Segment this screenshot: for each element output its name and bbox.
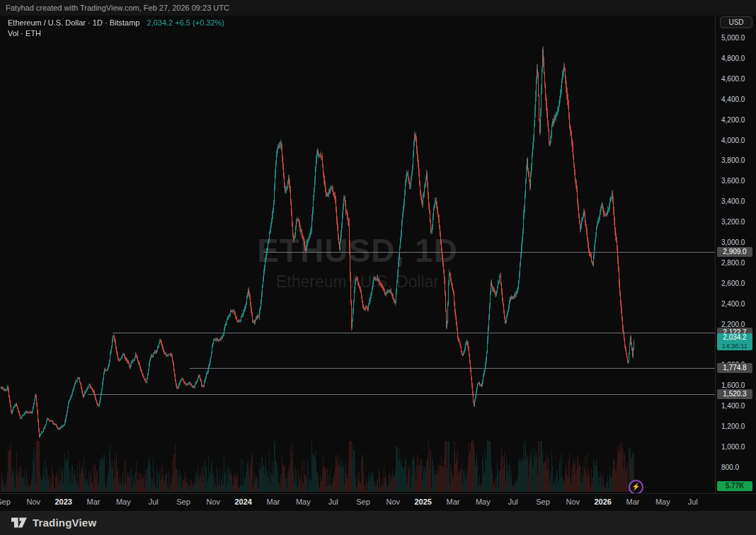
time-tick: Sep	[348, 497, 379, 506]
price-tick: 5,000.0	[721, 34, 745, 42]
price-tick: 1,400.0	[721, 402, 745, 410]
bolt-glyph: ⚡	[631, 483, 640, 490]
time-tick: Sep	[0, 497, 19, 506]
time-tick: Mar	[437, 497, 469, 506]
time-tick: Nov	[18, 497, 49, 506]
price-tick: 4,200.0	[721, 116, 745, 124]
level-price-badge: 1,520.3	[717, 389, 752, 399]
time-tick: Mar	[258, 497, 289, 506]
price-tick: 800.0	[721, 464, 739, 471]
time-tick: Jul	[498, 497, 529, 506]
time-tick: Mar	[78, 497, 109, 506]
time-tick: Nov	[377, 497, 408, 506]
price-tick: 2,600.0	[721, 280, 745, 287]
price-chart-canvas[interactable]	[0, 16, 715, 493]
time-tick: Mar	[617, 497, 648, 506]
volume-badge: 5.77K	[717, 481, 752, 491]
legend-volume-row[interactable]: Vol · ETH	[8, 28, 224, 39]
time-tick: Nov	[557, 497, 588, 506]
time-tick: 2023	[48, 497, 79, 506]
tradingview-logo[interactable]: TradingView	[10, 515, 96, 530]
legend-symbol-row[interactable]: Ethereum / U.S. Dollar · 1D · Bitstamp 2…	[8, 18, 224, 28]
time-tick: 2024	[228, 497, 259, 506]
price-tick: 4,800.0	[721, 54, 745, 62]
legend-symbol-title: Ethereum / U.S. Dollar · 1D · Bitstamp	[8, 18, 139, 27]
level-price-badge: 2,909.0	[717, 247, 752, 257]
time-tick: Jul	[138, 497, 169, 506]
attribution-text: Fatyhad created with TradingView.com, Fe…	[6, 4, 229, 12]
price-tick: 1,200.0	[721, 422, 745, 430]
level-price-badge: 1,774.8	[717, 363, 752, 373]
bar-countdown: 14:36:11	[717, 342, 752, 350]
price-tick: 1,600.0	[721, 381, 745, 389]
time-tick: May	[647, 497, 678, 506]
price-tick: 3,400.0	[721, 197, 745, 205]
chart-pane[interactable]: ETHUSD, 1D Ethereum / U.S. Dollar Ethere…	[0, 16, 715, 493]
time-tick: May	[108, 497, 139, 506]
time-tick: 2026	[588, 497, 619, 506]
price-tick: 1,000.0	[721, 443, 745, 451]
footer-bar: TradingView	[0, 511, 756, 535]
time-tick: Sep	[527, 497, 559, 506]
tradingview-snapshot: Fatyhad created with TradingView.com, Fe…	[0, 0, 756, 535]
legend: Ethereum / U.S. Dollar · 1D · Bitstamp 2…	[8, 18, 224, 39]
price-tick: 2,200.0	[721, 321, 745, 328]
time-tick: 2025	[408, 497, 439, 506]
price-tick: 4,400.0	[721, 96, 745, 103]
time-axis[interactable]: SepNov2023MarMayJulSepNov2024MarMayJulSe…	[0, 493, 756, 511]
legend-volume-label: Vol · ETH	[8, 29, 41, 38]
tradingview-logo-icon	[10, 515, 28, 530]
time-tick: Jul	[318, 497, 349, 506]
current-price-value: 2,034.2	[723, 333, 746, 341]
attribution-bar: Fatyhad created with TradingView.com, Fe…	[0, 0, 756, 16]
time-tick: Jul	[677, 497, 709, 506]
price-tick: 4,600.0	[721, 75, 745, 83]
price-tick: 4,000.0	[721, 137, 745, 144]
price-tick: 3,200.0	[721, 218, 745, 226]
current-price-badge: 2,034.214:36:11	[717, 333, 752, 350]
tradingview-logo-text: TradingView	[33, 517, 96, 529]
currency-toggle-button[interactable]: USD	[720, 16, 752, 28]
time-tick: Sep	[168, 497, 199, 506]
price-tick: 2,400.0	[721, 300, 745, 308]
realtime-bolt-icon[interactable]: ⚡	[629, 480, 643, 493]
price-tick: 2,800.0	[721, 259, 745, 267]
time-tick: Nov	[197, 497, 229, 506]
price-tick: 3,000.0	[721, 238, 745, 246]
legend-price-change: 2,034.2 +6.5 (+0.32%)	[147, 18, 224, 27]
price-tick: 3,600.0	[721, 177, 745, 185]
time-tick: May	[287, 497, 319, 506]
price-tick: 3,800.0	[721, 156, 745, 164]
price-axis[interactable]: USD 5,000.04,800.04,600.04,400.04,200.04…	[715, 16, 756, 493]
time-tick: May	[467, 497, 498, 506]
